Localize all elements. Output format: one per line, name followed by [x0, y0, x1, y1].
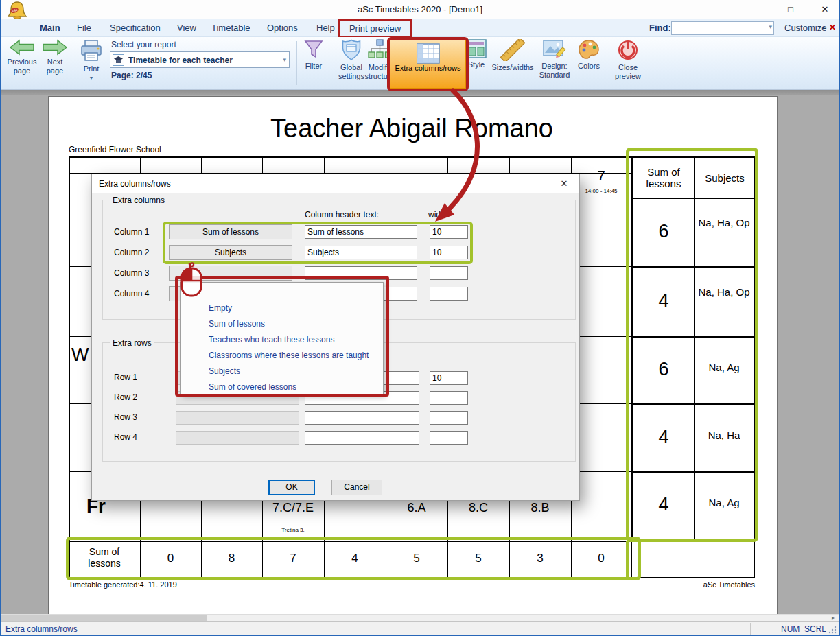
teacher-report-icon	[113, 54, 124, 66]
extra-columns-legend: Extra columns	[110, 196, 167, 205]
row-2-width-input[interactable]	[430, 391, 468, 405]
window-border-left	[0, 0, 1, 636]
column-4-width-input[interactable]	[430, 287, 468, 301]
row-1-label: Row 1	[114, 373, 137, 382]
arrow-left-icon	[9, 39, 35, 56]
customize-menu[interactable]: Customize	[784, 23, 826, 33]
width-label: width	[428, 210, 447, 220]
select-report-label: Select your report	[111, 40, 176, 49]
menu-item-classrooms[interactable]: Classrooms where these lessons are taugh…	[209, 348, 369, 364]
menu-view[interactable]: View	[177, 23, 196, 33]
horizontal-scrollbar[interactable]: ▸	[0, 614, 840, 621]
friday-cell: 6.A	[386, 501, 447, 515]
row-3-header-input[interactable]	[305, 411, 419, 425]
extra-col-header-sum: Sum of lessons	[634, 166, 693, 189]
subjects-cell: Na, Ha, Op	[697, 217, 751, 229]
menu-item-empty[interactable]: Empty	[209, 301, 232, 316]
row-4-label: Row 4	[114, 432, 137, 442]
period-7-time: 14:00 - 14:45	[571, 188, 631, 194]
power-icon	[617, 39, 639, 61]
day-label-partial: W	[71, 344, 89, 366]
sizes-widths-button[interactable]: Sizes/widths	[489, 39, 537, 72]
close-button[interactable]: ✕	[813, 3, 837, 16]
find-input[interactable]: ▾	[671, 21, 774, 35]
sum-row-value: 5	[447, 552, 509, 565]
menu-print-preview[interactable]: Print preview	[340, 23, 410, 34]
menu-item-teachers[interactable]: Teachers who teach these lessons	[209, 332, 334, 348]
report-value: Timetable for each teacher	[128, 56, 233, 65]
row-4-header-input[interactable]	[305, 431, 419, 445]
toolbar-divider	[296, 41, 297, 85]
printer-icon	[79, 39, 104, 62]
menu-timetable[interactable]: Timetable	[211, 23, 250, 33]
design-standard-button[interactable]: Design: Standard	[534, 39, 575, 80]
status-bar: Extra columns/rows NUM SCRL	[0, 621, 840, 636]
column-3-header-input[interactable]	[305, 266, 417, 280]
title-bar: aSc aSc Timetables 2020 - [Demo1] — □ ✕	[0, 0, 840, 19]
find-label: Find:	[649, 23, 671, 33]
sum-row-value: 0	[140, 552, 201, 565]
find-dropdown-icon[interactable]: ▾	[769, 23, 772, 30]
menu-options[interactable]: Options	[267, 23, 298, 33]
subjects-cell: Na, Ag	[697, 497, 751, 508]
timetable-title: Teacher Abigail Romano	[117, 114, 707, 143]
green-connector	[626, 541, 629, 580]
close-preview-x-icon[interactable]: ✕	[829, 23, 836, 32]
menu-file[interactable]: File	[77, 23, 91, 33]
report-selector-group: Select your report Timetable for each te…	[110, 39, 295, 80]
minimize-button[interactable]: —	[745, 3, 768, 16]
period-7-header: 7	[571, 167, 631, 184]
extra-columns-table: Sum of lessons Subjects 6 Na, Ha, Op 4 N…	[631, 156, 755, 541]
row-4-type-button[interactable]	[176, 431, 299, 445]
scrollbar-thumb[interactable]	[1, 615, 207, 621]
extra-columns-rows-button[interactable]: Extra columns/rows	[390, 40, 466, 89]
toolbar-divider	[73, 41, 73, 85]
column-3-width-input[interactable]	[430, 266, 468, 280]
sum-cell: 6	[634, 359, 693, 380]
dialog-close-icon[interactable]: ✕	[550, 176, 578, 192]
print-button[interactable]: Print ▾	[75, 39, 107, 82]
app-window: aSc aSc Timetables 2020 - [Demo1] — □ ✕ …	[0, 0, 840, 636]
table-grid-icon	[417, 43, 440, 64]
previous-page-button[interactable]: Previous page	[5, 39, 38, 75]
row-3-type-button[interactable]	[176, 411, 299, 425]
menu-main[interactable]: Main	[40, 23, 60, 33]
extra-rows-legend: Extra rows	[110, 338, 154, 348]
customize-dropdown-icon[interactable]: ▾	[822, 25, 825, 31]
column-2-label: Column 2	[114, 248, 149, 257]
sum-row-label: Sum of lessons	[77, 546, 132, 569]
row-1-width-input[interactable]	[430, 371, 468, 385]
report-combobox[interactable]: Timetable for each teacher ▾	[110, 51, 290, 68]
row-4-width-input[interactable]	[430, 431, 468, 445]
menu-item-sum-covered[interactable]: Sum of covered lessons	[209, 379, 296, 395]
menu-gutter	[202, 283, 202, 393]
green-highlight-dialog-columns	[163, 222, 473, 264]
sum-cell: 4	[634, 290, 693, 311]
report-dropdown-icon[interactable]: ▾	[283, 56, 286, 63]
design-picture-pencil-icon	[543, 39, 566, 60]
dialog-titlebar[interactable]: Extra columns/rows ✕	[92, 174, 579, 193]
resize-grip-icon[interactable]	[828, 626, 837, 634]
menu-specification[interactable]: Specification	[110, 23, 161, 33]
scroll-lock-indicator: SCRL	[804, 624, 826, 634]
filter-button[interactable]: Filter	[299, 39, 328, 71]
sum-row-value: 8	[201, 552, 262, 565]
print-dropdown-icon: ▾	[90, 73, 93, 82]
row-3-width-input[interactable]	[430, 411, 468, 425]
next-page-button[interactable]: Next page	[40, 39, 70, 75]
colors-button[interactable]: Colors	[574, 39, 604, 71]
sum-row-value: 7	[262, 552, 324, 565]
column-3-type-button[interactable]	[169, 266, 292, 281]
menu-item-subjects[interactable]: Subjects	[209, 364, 240, 379]
close-preview-button[interactable]: Close preview	[609, 39, 646, 81]
school-name: Greenfield Flower School	[69, 145, 161, 154]
status-message: Extra columns/rows	[5, 624, 78, 634]
palette-icon	[578, 39, 600, 60]
maximize-button[interactable]: □	[779, 3, 802, 16]
sum-row-value: 0	[571, 552, 631, 565]
menu-item-sum-of-lessons[interactable]: Sum of lessons	[209, 316, 265, 332]
ok-button[interactable]: OK	[268, 480, 315, 495]
menu-help[interactable]: Help	[316, 23, 335, 33]
sum-row-value: 4	[324, 552, 386, 565]
cancel-button[interactable]: Cancel	[331, 480, 382, 495]
